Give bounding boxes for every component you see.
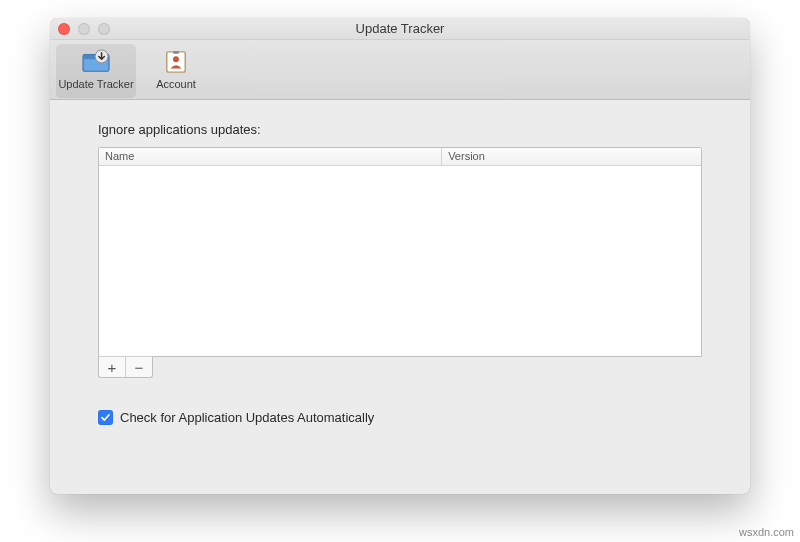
svg-point-4 [173, 56, 179, 62]
tab-account[interactable]: Account [136, 44, 216, 98]
person-card-icon [161, 48, 191, 76]
column-header-name[interactable]: Name [99, 148, 442, 165]
tab-label: Account [156, 78, 196, 90]
window: Update Tracker Update Tracker [50, 18, 750, 494]
add-button[interactable]: + [99, 357, 126, 377]
window-title: Update Tracker [50, 18, 750, 40]
remove-button[interactable]: − [126, 357, 152, 377]
plus-icon: + [107, 359, 116, 376]
toolbar: Update Tracker Account [50, 40, 750, 100]
download-box-icon [81, 48, 111, 76]
watermark: wsxdn.com [739, 526, 794, 538]
auto-check-row: Check for Application Updates Automatica… [98, 410, 702, 425]
ignore-apps-label: Ignore applications updates: [98, 122, 702, 137]
tab-update-tracker[interactable]: Update Tracker [56, 44, 136, 98]
auto-check-checkbox[interactable] [98, 410, 113, 425]
table-body[interactable] [99, 166, 701, 356]
titlebar: Update Tracker [50, 18, 750, 40]
tab-label: Update Tracker [58, 78, 133, 90]
auto-check-label[interactable]: Check for Application Updates Automatica… [120, 410, 374, 425]
table-header: Name Version [99, 148, 701, 166]
table-footer: + − [98, 356, 153, 378]
minus-icon: − [134, 359, 143, 376]
check-icon [100, 412, 111, 423]
ignore-apps-table[interactable]: Name Version [98, 147, 702, 357]
content-pane: Ignore applications updates: Name Versio… [50, 100, 750, 443]
column-header-version[interactable]: Version [442, 148, 701, 165]
